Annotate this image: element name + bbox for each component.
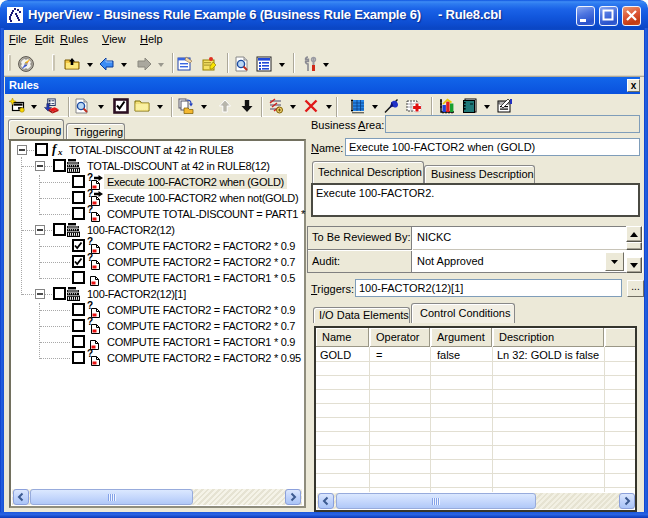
svg-text:x: x (57, 147, 63, 157)
